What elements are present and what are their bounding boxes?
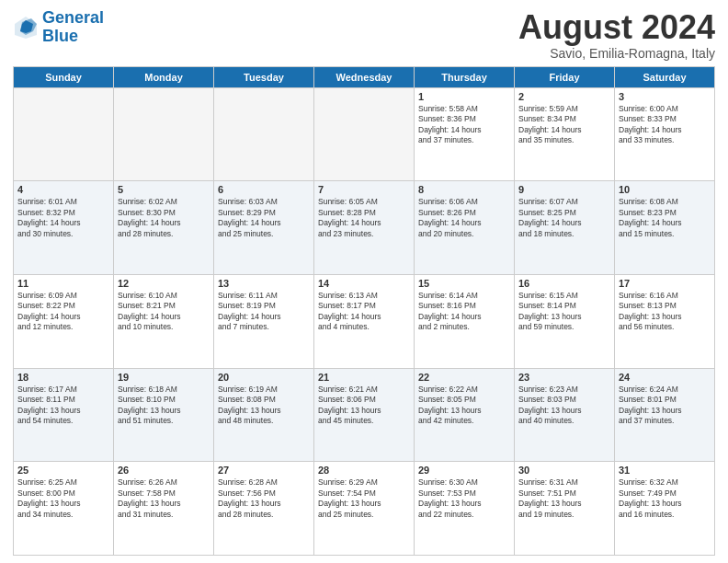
day-info: Sunrise: 6:30 AM Sunset: 7:53 PM Dayligh…	[418, 477, 510, 520]
day-info: Sunrise: 6:28 AM Sunset: 7:56 PM Dayligh…	[218, 477, 310, 520]
day-info: Sunrise: 6:23 AM Sunset: 8:03 PM Dayligh…	[518, 385, 610, 427]
day-info: Sunrise: 6:32 AM Sunset: 7:49 PM Dayligh…	[619, 477, 711, 520]
day-number: 25	[17, 465, 109, 476]
page: General Blue August 2024 Savio, Emilia-R…	[0, 0, 728, 563]
col-wednesday: Wednesday	[314, 66, 415, 87]
col-friday: Friday	[515, 66, 615, 87]
col-thursday: Thursday	[415, 66, 515, 87]
day-info: Sunrise: 6:25 AM Sunset: 8:00 PM Dayligh…	[17, 477, 109, 520]
table-row	[214, 87, 314, 181]
table-row: 11Sunrise: 6:09 AM Sunset: 8:22 PM Dayli…	[14, 274, 114, 368]
table-row: 12Sunrise: 6:10 AM Sunset: 8:21 PM Dayli…	[114, 274, 214, 368]
table-row: 6Sunrise: 6:03 AM Sunset: 8:29 PM Daylig…	[214, 181, 314, 275]
table-row: 28Sunrise: 6:29 AM Sunset: 7:54 PM Dayli…	[314, 462, 415, 556]
logo-line1: General	[42, 8, 104, 27]
day-info: Sunrise: 6:31 AM Sunset: 7:51 PM Dayligh…	[518, 477, 610, 520]
table-row: 30Sunrise: 6:31 AM Sunset: 7:51 PM Dayli…	[515, 462, 615, 556]
day-number: 4	[17, 184, 109, 195]
day-number: 29	[418, 465, 510, 476]
logo-line2: Blue	[42, 27, 78, 45]
day-number: 21	[318, 372, 410, 383]
day-number: 28	[318, 465, 410, 476]
day-number: 12	[118, 278, 210, 289]
day-info: Sunrise: 6:01 AM Sunset: 8:32 PM Dayligh…	[17, 197, 109, 239]
day-number: 8	[418, 184, 510, 195]
table-row: 19Sunrise: 6:18 AM Sunset: 8:10 PM Dayli…	[114, 368, 214, 462]
calendar-row-0: 1Sunrise: 5:58 AM Sunset: 8:36 PM Daylig…	[14, 87, 715, 181]
col-monday: Monday	[114, 66, 214, 87]
day-info: Sunrise: 6:24 AM Sunset: 8:01 PM Dayligh…	[619, 385, 711, 427]
header: General Blue August 2024 Savio, Emilia-R…	[13, 9, 715, 61]
table-row: 9Sunrise: 6:07 AM Sunset: 8:25 PM Daylig…	[515, 181, 615, 275]
day-number: 5	[118, 184, 210, 195]
table-row: 1Sunrise: 5:58 AM Sunset: 8:36 PM Daylig…	[415, 87, 515, 181]
day-number: 9	[518, 184, 610, 195]
day-info: Sunrise: 5:59 AM Sunset: 8:34 PM Dayligh…	[518, 104, 610, 146]
day-number: 23	[518, 372, 610, 383]
day-info: Sunrise: 6:15 AM Sunset: 8:14 PM Dayligh…	[518, 291, 610, 333]
table-row: 5Sunrise: 6:02 AM Sunset: 8:30 PM Daylig…	[114, 181, 214, 275]
calendar-row-1: 4Sunrise: 6:01 AM Sunset: 8:32 PM Daylig…	[14, 181, 715, 275]
table-row: 22Sunrise: 6:22 AM Sunset: 8:05 PM Dayli…	[415, 368, 515, 462]
table-row: 21Sunrise: 6:21 AM Sunset: 8:06 PM Dayli…	[314, 368, 415, 462]
day-number: 13	[218, 278, 310, 289]
day-number: 1	[418, 91, 510, 102]
col-saturday: Saturday	[615, 66, 715, 87]
table-row: 2Sunrise: 5:59 AM Sunset: 8:34 PM Daylig…	[515, 87, 615, 181]
day-number: 15	[418, 278, 510, 289]
day-number: 16	[518, 278, 610, 289]
calendar-table: Sunday Monday Tuesday Wednesday Thursday…	[13, 66, 715, 556]
calendar-row-4: 25Sunrise: 6:25 AM Sunset: 8:00 PM Dayli…	[14, 462, 715, 556]
day-info: Sunrise: 6:21 AM Sunset: 8:06 PM Dayligh…	[318, 385, 410, 427]
day-number: 18	[17, 372, 109, 383]
table-row: 24Sunrise: 6:24 AM Sunset: 8:01 PM Dayli…	[615, 368, 715, 462]
col-sunday: Sunday	[14, 66, 114, 87]
day-number: 7	[318, 184, 410, 195]
day-info: Sunrise: 6:16 AM Sunset: 8:13 PM Dayligh…	[619, 291, 711, 333]
day-info: Sunrise: 6:22 AM Sunset: 8:05 PM Dayligh…	[418, 385, 510, 427]
day-info: Sunrise: 6:08 AM Sunset: 8:23 PM Dayligh…	[619, 197, 711, 239]
calendar-header-row: Sunday Monday Tuesday Wednesday Thursday…	[14, 66, 715, 87]
day-number: 27	[218, 465, 310, 476]
table-row: 20Sunrise: 6:19 AM Sunset: 8:08 PM Dayli…	[214, 368, 314, 462]
day-number: 19	[118, 372, 210, 383]
day-info: Sunrise: 6:17 AM Sunset: 8:11 PM Dayligh…	[17, 385, 109, 427]
table-row: 17Sunrise: 6:16 AM Sunset: 8:13 PM Dayli…	[615, 274, 715, 368]
month-title: August 2024	[518, 9, 715, 46]
day-number: 22	[418, 372, 510, 383]
table-row: 14Sunrise: 6:13 AM Sunset: 8:17 PM Dayli…	[314, 274, 415, 368]
logo-icon	[13, 15, 39, 40]
table-row: 25Sunrise: 6:25 AM Sunset: 8:00 PM Dayli…	[14, 462, 114, 556]
day-info: Sunrise: 6:05 AM Sunset: 8:28 PM Dayligh…	[318, 197, 410, 239]
table-row: 29Sunrise: 6:30 AM Sunset: 7:53 PM Dayli…	[415, 462, 515, 556]
day-info: Sunrise: 6:26 AM Sunset: 7:58 PM Dayligh…	[118, 477, 210, 520]
day-info: Sunrise: 6:09 AM Sunset: 8:22 PM Dayligh…	[17, 291, 109, 333]
day-number: 17	[619, 278, 711, 289]
day-info: Sunrise: 6:10 AM Sunset: 8:21 PM Dayligh…	[118, 291, 210, 333]
day-info: Sunrise: 6:07 AM Sunset: 8:25 PM Dayligh…	[518, 197, 610, 239]
logo: General Blue	[13, 9, 104, 46]
day-info: Sunrise: 6:02 AM Sunset: 8:30 PM Dayligh…	[118, 197, 210, 239]
table-row	[314, 87, 415, 181]
day-info: Sunrise: 6:13 AM Sunset: 8:17 PM Dayligh…	[318, 291, 410, 333]
table-row: 10Sunrise: 6:08 AM Sunset: 8:23 PM Dayli…	[615, 181, 715, 275]
day-info: Sunrise: 6:18 AM Sunset: 8:10 PM Dayligh…	[118, 385, 210, 427]
day-info: Sunrise: 6:06 AM Sunset: 8:26 PM Dayligh…	[418, 197, 510, 239]
day-info: Sunrise: 6:11 AM Sunset: 8:19 PM Dayligh…	[218, 291, 310, 333]
table-row: 4Sunrise: 6:01 AM Sunset: 8:32 PM Daylig…	[14, 181, 114, 275]
calendar-row-2: 11Sunrise: 6:09 AM Sunset: 8:22 PM Dayli…	[14, 274, 715, 368]
col-tuesday: Tuesday	[214, 66, 314, 87]
table-row	[114, 87, 214, 181]
table-row: 8Sunrise: 6:06 AM Sunset: 8:26 PM Daylig…	[415, 181, 515, 275]
day-number: 2	[518, 91, 610, 102]
table-row	[14, 87, 114, 181]
day-info: Sunrise: 5:58 AM Sunset: 8:36 PM Dayligh…	[418, 104, 510, 146]
calendar-row-3: 18Sunrise: 6:17 AM Sunset: 8:11 PM Dayli…	[14, 368, 715, 462]
day-info: Sunrise: 6:19 AM Sunset: 8:08 PM Dayligh…	[218, 385, 310, 427]
day-number: 20	[218, 372, 310, 383]
day-number: 31	[619, 465, 711, 476]
table-row: 23Sunrise: 6:23 AM Sunset: 8:03 PM Dayli…	[515, 368, 615, 462]
table-row: 31Sunrise: 6:32 AM Sunset: 7:49 PM Dayli…	[615, 462, 715, 556]
day-number: 14	[318, 278, 410, 289]
table-row: 3Sunrise: 6:00 AM Sunset: 8:33 PM Daylig…	[615, 87, 715, 181]
